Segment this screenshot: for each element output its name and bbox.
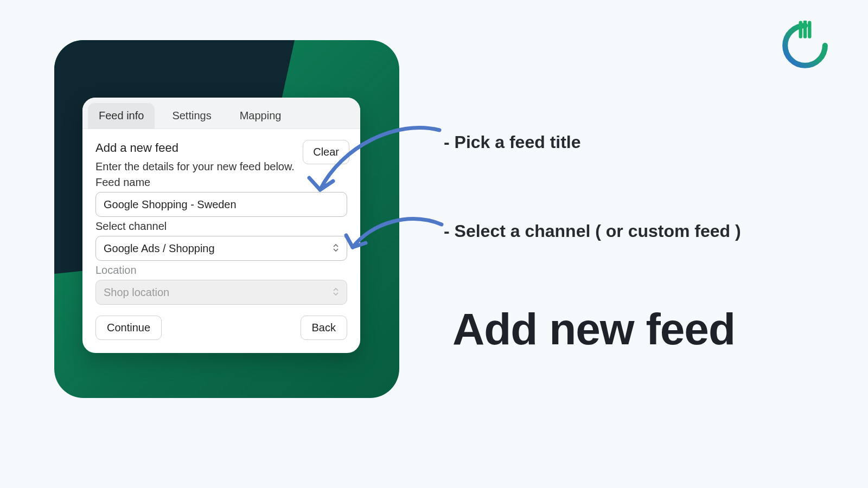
tab-bar: Feed info Settings Mapping [82,98,360,129]
tab-feed-info[interactable]: Feed info [88,103,155,129]
channel-select[interactable]: Google Ads / Shopping [95,236,347,261]
location-select-placeholder: Shop location [104,286,333,299]
channel-select-value: Google Ads / Shopping [104,242,333,255]
tab-settings[interactable]: Settings [161,103,222,129]
continue-button[interactable]: Continue [95,316,162,340]
feed-name-input[interactable] [95,192,347,217]
tab-mapping[interactable]: Mapping [229,103,292,129]
location-label: Location [95,264,347,277]
annotation-channel: - Select a channel ( or custom feed ) [444,221,741,241]
annotation-feed-title: - Pick a feed title [444,132,581,152]
brand-logo [780,21,830,70]
feed-name-label: Feed name [95,176,347,189]
location-select[interactable]: Shop location [95,280,347,305]
channel-label: Select channel [95,220,347,233]
add-feed-card: Feed info Settings Mapping Clear Add a n… [82,98,360,353]
back-button[interactable]: Back [301,316,347,340]
updown-icon [333,287,339,298]
updown-icon [333,243,339,254]
big-heading: Add new feed [452,304,735,355]
clear-button[interactable]: Clear [303,140,349,164]
